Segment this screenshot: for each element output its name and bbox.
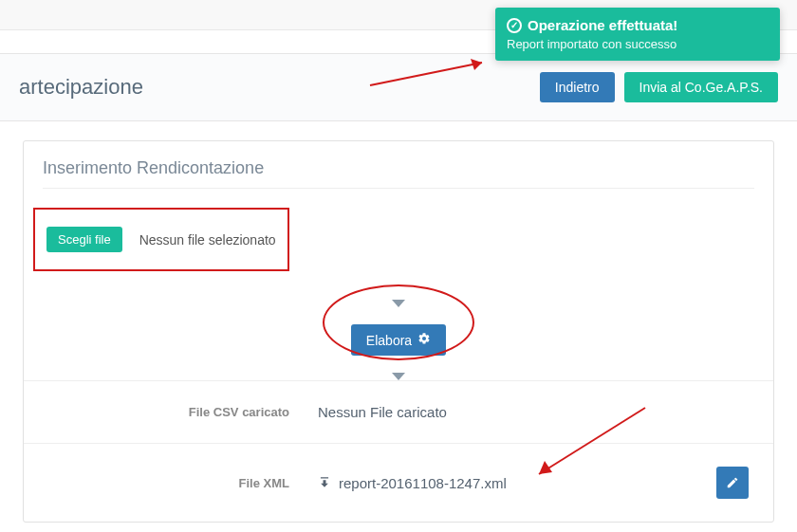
process-label: Elabora [366,333,412,348]
gear-icon [417,332,431,348]
choose-file-row: Scegli file Nessun file selezionato [33,208,289,271]
check-circle-icon: ✓ [507,18,522,33]
xml-row: File XML report-20161108-1247.xml [24,443,773,522]
pencil-icon [726,476,739,489]
rendicontazione-panel: Inserimento Rendicontazione Scegli file … [23,140,774,523]
choose-file-button[interactable]: Scegli file [46,227,122,252]
process-column: Elabora [24,300,773,380]
back-button[interactable]: Indietro [540,72,615,102]
choose-file-label: Scegli file [58,232,111,247]
chevron-down-icon [392,300,405,307]
xml-label: File XML [43,476,289,490]
toast-body: Report importato con successo [507,37,769,51]
send-cogeaps-button[interactable]: Invia al Co.Ge.A.P.S. [624,72,778,102]
success-toast: ✓ Operazione effettuata! Report importat… [495,8,780,61]
csv-value: Nessun File caricato [318,404,754,420]
panel-title: Inserimento Rendicontazione [24,141,773,188]
xml-file-link[interactable]: report-20161108-1247.xml [339,475,507,491]
send-cogeaps-label: Invia al Co.Ge.A.P.S. [639,80,763,95]
process-button[interactable]: Elabora [351,324,446,356]
download-icon [318,475,331,491]
page-title: artecipazione [19,75,143,100]
toast-title: Operazione effettuata! [528,17,677,33]
file-status-text: Nessun file selezionato [139,232,276,248]
edit-xml-button[interactable] [716,467,749,499]
csv-label: File CSV caricato [43,405,289,419]
xml-value: report-20161108-1247.xml [318,475,688,491]
page-header: artecipazione Indietro Invia al Co.Ge.A.… [0,53,797,121]
header-actions: Indietro Invia al Co.Ge.A.P.S. [540,72,778,102]
panel-divider [43,188,754,189]
csv-row: File CSV caricato Nessun File caricato [24,380,773,443]
back-button-label: Indietro [555,80,600,95]
chevron-down-icon [392,373,405,380]
toast-title-row: ✓ Operazione effettuata! [507,17,769,33]
